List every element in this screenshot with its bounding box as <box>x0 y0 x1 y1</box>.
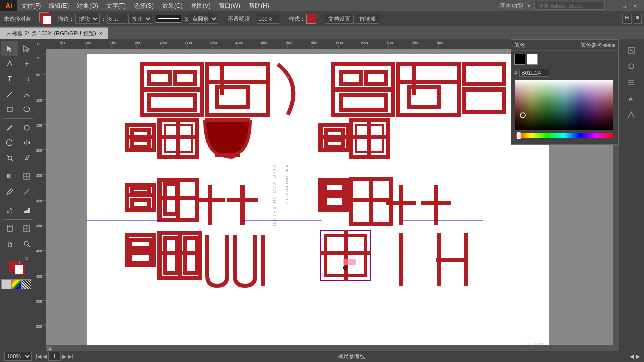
close-button[interactable]: ✕ <box>631 1 640 10</box>
svg-rect-163 <box>325 196 344 207</box>
svg-rect-136 <box>341 95 386 110</box>
menu-window[interactable]: 窗口(W) <box>215 1 245 11</box>
svg-rect-142 <box>464 89 504 112</box>
stroke-line-preview <box>158 18 179 19</box>
type-tool[interactable]: T <box>1 71 18 86</box>
page-input[interactable] <box>48 352 61 361</box>
direct-select-tool[interactable] <box>18 41 35 56</box>
workspace-dropdown-icon[interactable]: ▾ <box>527 2 530 9</box>
arc-tool[interactable] <box>18 86 35 102</box>
minimize-button[interactable]: ─ <box>609 1 618 10</box>
svg-text:50: 50 <box>36 73 40 77</box>
tool-row-gradient <box>1 169 35 184</box>
scrollbar-bottom[interactable]: ◀ ▶ <box>46 345 619 351</box>
svg-point-20 <box>11 212 12 213</box>
right-panel-btn-5[interactable] <box>623 108 640 122</box>
nav-arrow-left[interactable]: ◀ <box>630 353 634 360</box>
opacity-input[interactable] <box>257 14 279 24</box>
right-panel: A <box>619 39 644 351</box>
adobe-stock-search[interactable] <box>534 2 605 10</box>
none-fill[interactable] <box>1 279 11 289</box>
last-page-button[interactable]: ▶| <box>68 353 73 360</box>
doc-settings-button[interactable]: 文档设置 <box>325 14 354 24</box>
measure-tool[interactable] <box>18 184 35 199</box>
shear-tool[interactable] <box>18 150 35 165</box>
pen-tool[interactable] <box>1 56 18 71</box>
menu-help[interactable]: 帮助(H) <box>245 1 273 11</box>
svg-rect-187 <box>515 133 613 138</box>
menu-effect[interactable]: 效果(C) <box>158 1 187 11</box>
maximize-button[interactable]: □ <box>620 1 629 10</box>
menu-view[interactable]: 视图(V) <box>187 1 215 11</box>
swap-icon[interactable] <box>24 257 29 262</box>
color-panel-arrows[interactable]: ◀◀ <box>602 42 610 48</box>
active-tab[interactable]: 未标题-2* @ 100% (RGB/GPU 预览) × <box>0 27 109 39</box>
menu-edit[interactable]: 编辑(E) <box>45 1 73 11</box>
shape-type-select[interactable]: 点圆形 <box>189 14 218 24</box>
arrange-button[interactable]: ⊞ <box>622 14 632 24</box>
first-page-button[interactable]: |◀ <box>36 353 41 360</box>
color-panel-menu-icon[interactable]: ≡ <box>612 42 615 48</box>
menu-file[interactable]: 文件(F) <box>17 1 45 11</box>
svg-rect-24 <box>7 226 12 231</box>
paintbrush-tool[interactable] <box>1 120 18 135</box>
ellipse-tool[interactable] <box>18 102 35 117</box>
touch-type-tool[interactable]: Tt <box>18 71 35 86</box>
right-panel-btn-1[interactable] <box>623 43 640 57</box>
svg-point-18 <box>7 211 9 213</box>
svg-rect-141 <box>464 64 504 84</box>
zoom-select[interactable]: 100% <box>4 352 32 361</box>
selection-mode: 未选择对象 <box>2 15 33 23</box>
hand-tool[interactable] <box>1 236 18 251</box>
stroke-indicator[interactable] <box>14 264 25 275</box>
none-indicator[interactable] <box>21 279 31 289</box>
white-swatch[interactable] <box>527 54 538 65</box>
nav-arrow-right[interactable]: ▶ <box>636 353 640 360</box>
gradient-tool[interactable] <box>1 169 18 184</box>
fill-stroke-swatches[interactable] <box>39 12 54 25</box>
reflect-tool[interactable] <box>18 135 35 150</box>
svg-text:500: 500 <box>286 41 293 45</box>
eyedropper-tool[interactable] <box>1 184 18 199</box>
color-panel: 颜色 颜色参考 ◀◀ ≡ # <box>511 39 619 145</box>
preferences-button[interactable]: 首选项 <box>356 14 379 24</box>
rect-tool[interactable] <box>1 102 18 117</box>
select-tool[interactable] <box>1 41 18 56</box>
svg-text:500: 500 <box>36 300 42 303</box>
menu-object[interactable]: 对象(O) <box>73 1 102 11</box>
toolbar-extra-button[interactable]: ≡ <box>634 14 642 24</box>
tab-close-button[interactable]: × <box>99 31 102 36</box>
style-swatch[interactable] <box>306 14 316 24</box>
svg-rect-4 <box>7 107 12 111</box>
column-graph-tool[interactable] <box>18 203 35 218</box>
right-panel-btn-2[interactable] <box>623 59 640 73</box>
svg-text:800: 800 <box>437 41 444 45</box>
menu-select[interactable]: 选择(S) <box>130 1 158 11</box>
stroke-width-input[interactable] <box>107 14 127 24</box>
line-tool[interactable] <box>1 86 18 102</box>
rotate-tool[interactable] <box>1 135 18 150</box>
symbol-sprayer-tool[interactable] <box>1 203 18 218</box>
mesh-tool[interactable] <box>18 169 35 184</box>
right-panel-btn-4[interactable]: A <box>623 92 640 106</box>
toolbar-right: ⊞ ≡ <box>622 14 642 24</box>
stroke-type-select[interactable]: 描边 <box>75 14 100 24</box>
next-page-button[interactable]: ▶ <box>62 353 66 360</box>
blob-brush-tool[interactable] <box>18 120 35 135</box>
stroke-constraint-select[interactable]: 等比 <box>128 14 152 24</box>
hex-input[interactable] <box>519 69 549 77</box>
prev-page-button[interactable]: ◀ <box>43 353 47 360</box>
stroke-preview <box>156 15 181 23</box>
scale-tool[interactable] <box>1 150 18 165</box>
stroke-swatch[interactable] <box>42 15 52 25</box>
add-anchor-tool[interactable] <box>18 56 35 71</box>
slice-tool[interactable] <box>18 221 35 236</box>
artboard-tool[interactable] <box>1 221 18 236</box>
right-panel-btn-3[interactable] <box>623 75 640 89</box>
color-spectrum[interactable] <box>515 80 613 130</box>
color-hue-bar[interactable] <box>511 132 618 141</box>
zoom-tool[interactable] <box>18 236 35 251</box>
black-swatch[interactable] <box>514 54 525 65</box>
menu-text[interactable]: 文字(T) <box>102 1 130 11</box>
gradient-fill[interactable] <box>11 279 21 289</box>
